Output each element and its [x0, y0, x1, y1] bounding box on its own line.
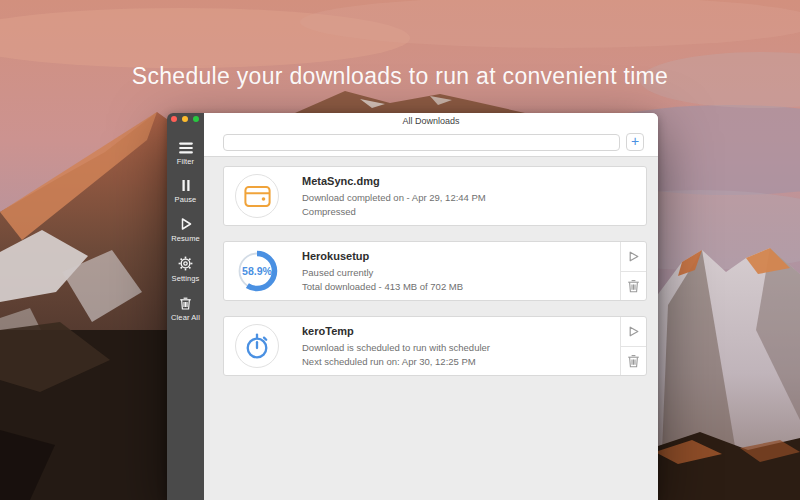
marketing-headline: Schedule your downloads to run at conven…: [0, 63, 800, 90]
download-card-kerotemp[interactable]: keroTemp Download is scheduled to run wi…: [223, 316, 647, 376]
download-icon-badge: [235, 174, 279, 218]
app-window: Filter Pause Resume: [167, 113, 658, 500]
trash-icon: [179, 296, 192, 310]
download-status: Download completed on - Apr 29, 12:44 PM: [302, 192, 646, 203]
play-icon: [179, 217, 193, 231]
download-card-herokusetup[interactable]: 58.9% Herokusetup Paused currently Total…: [223, 241, 647, 301]
gear-icon: [178, 256, 193, 271]
download-name: keroTemp: [302, 325, 620, 337]
sidebar-item-label: Clear All: [171, 313, 200, 322]
pause-icon: [180, 179, 192, 192]
sidebar-item-clear-all[interactable]: Clear All: [167, 294, 204, 324]
sidebar-item-resume[interactable]: Resume: [167, 215, 204, 245]
close-window-button[interactable]: [171, 116, 177, 122]
downloads-list: MetaSync.dmg Download completed on - Apr…: [204, 157, 658, 500]
window-main: All Downloads +: [204, 113, 658, 500]
download-name: Herokusetup: [302, 250, 620, 262]
sidebar-item-label: Pause: [175, 195, 197, 204]
disk-image-icon: [244, 185, 271, 208]
progress-ring: 58.9%: [235, 249, 279, 293]
sidebar-item-label: Filter: [177, 157, 194, 166]
download-info: Herokusetup Paused currently Total downl…: [302, 250, 620, 292]
download-card-metasync[interactable]: MetaSync.dmg Download completed on - Apr…: [223, 166, 647, 226]
download-name: MetaSync.dmg: [302, 175, 646, 187]
window-title: All Downloads: [402, 116, 459, 126]
zoom-window-button[interactable]: [193, 116, 199, 122]
traffic-lights: [167, 113, 204, 122]
download-detail: Compressed: [302, 206, 646, 217]
add-download-button[interactable]: +: [626, 133, 644, 151]
window-titlebar: All Downloads: [204, 113, 658, 128]
download-status: Download is scheduled to run with schedu…: [302, 342, 620, 353]
download-status: Paused currently: [302, 267, 620, 278]
minimize-window-button[interactable]: [182, 116, 188, 122]
search-input[interactable]: [223, 134, 620, 151]
toolbar: +: [204, 128, 658, 157]
download-detail: Total downloaded - 413 MB of 702 MB: [302, 281, 620, 292]
download-detail: Next scheduled run on: Apr 30, 12:25 PM: [302, 356, 620, 367]
sidebar-item-settings[interactable]: Settings: [167, 254, 204, 285]
delete-download-button[interactable]: [621, 271, 646, 301]
play-icon: [627, 325, 640, 338]
download-icon-badge: [235, 324, 279, 368]
filter-icon: [179, 142, 193, 154]
sidebar-item-label: Settings: [172, 274, 200, 283]
trash-icon: [627, 354, 640, 368]
resume-download-button[interactable]: [621, 242, 646, 271]
card-actions: [620, 317, 646, 375]
plus-icon: +: [631, 134, 639, 148]
progress-percent: 58.9%: [235, 249, 279, 293]
download-info: MetaSync.dmg Download completed on - Apr…: [302, 175, 646, 217]
resume-download-button[interactable]: [621, 317, 646, 346]
sidebar-items: Filter Pause Resume: [167, 131, 204, 324]
sidebar-item-filter[interactable]: Filter: [167, 140, 204, 168]
download-info: keroTemp Download is scheduled to run wi…: [302, 325, 620, 367]
sidebar-item-label: Resume: [171, 234, 200, 243]
stopwatch-icon: [243, 332, 271, 360]
play-icon: [627, 250, 640, 263]
sidebar-item-pause[interactable]: Pause: [167, 177, 204, 206]
card-actions: [620, 242, 646, 300]
trash-icon: [627, 279, 640, 293]
delete-download-button[interactable]: [621, 346, 646, 376]
sidebar: Filter Pause Resume: [167, 113, 204, 500]
